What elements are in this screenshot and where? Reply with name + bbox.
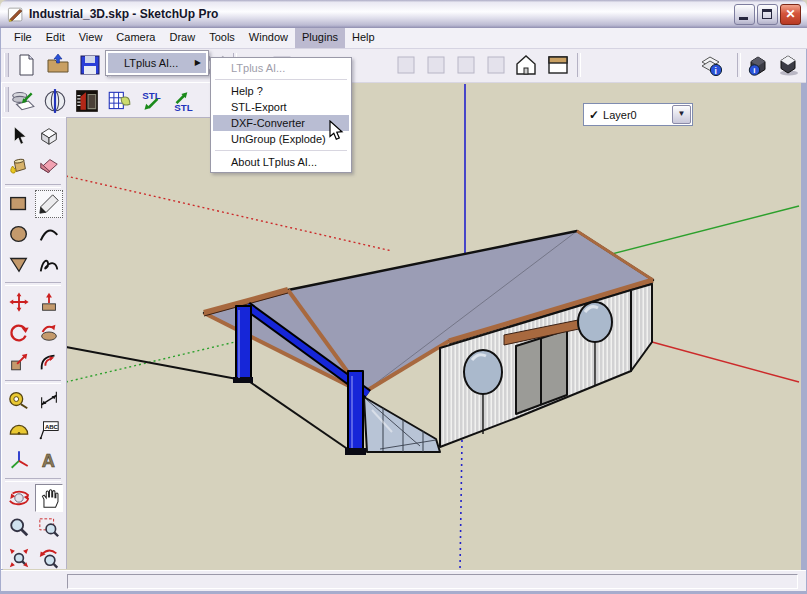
menu-item-edit[interactable]: Edit: [39, 28, 72, 48]
front-view-button[interactable]: [513, 52, 539, 78]
save-icon: [78, 53, 102, 77]
polygon-tool[interactable]: [5, 250, 33, 278]
title-bar[interactable]: Industrial_3D.skp - SketchUp Pro ✕: [0, 0, 807, 28]
menu-item-tools[interactable]: Tools: [202, 28, 242, 48]
stl-import-button[interactable]: [137, 87, 165, 115]
toolbar-button-icon: [484, 53, 508, 77]
menu-item-window[interactable]: Window: [242, 28, 295, 48]
toolbar-button-icon: [394, 53, 418, 77]
zoom-previous-icon: [38, 547, 60, 569]
protractor-tool[interactable]: [5, 416, 33, 444]
toolbar-button-icon: [424, 53, 448, 77]
offset-tool[interactable]: [35, 348, 63, 376]
ltplus-grid-button[interactable]: [105, 87, 133, 115]
palette-separator: [5, 282, 61, 286]
scale-icon: [8, 351, 30, 373]
zoom-previous-tool[interactable]: [35, 544, 63, 572]
stl-export-button[interactable]: [169, 87, 197, 115]
open-button[interactable]: [45, 52, 71, 78]
ltplus-ai-button[interactable]: [73, 87, 101, 115]
submenu-item-stl-export[interactable]: STL-Export: [213, 99, 349, 115]
submenu-item-help[interactable]: Help ?: [213, 83, 349, 99]
close-button[interactable]: ✕: [780, 4, 801, 25]
shadow-box-button[interactable]: [775, 52, 801, 78]
text-tool[interactable]: [35, 416, 63, 444]
orbit-tool[interactable]: [5, 484, 33, 512]
maximize-button[interactable]: [757, 4, 778, 25]
toolbar-button-button[interactable]: [423, 52, 449, 78]
layer-combo-dropdown-button[interactable]: ▼: [672, 105, 691, 124]
submenu-arrow-icon: ▶: [195, 53, 201, 73]
menu-separator: [215, 150, 347, 151]
plugins-menu-item-ltplus-ai[interactable]: LTplus AI...▶: [108, 53, 206, 73]
axis-green-solid: [600, 206, 799, 257]
menu-item-camera[interactable]: Camera: [109, 28, 162, 48]
move-tool[interactable]: [5, 288, 33, 316]
entity-info-button[interactable]: [745, 52, 771, 78]
menu-item-draw[interactable]: Draw: [162, 28, 202, 48]
toolbar-handle[interactable]: [4, 53, 9, 77]
toolbar-button-button[interactable]: [483, 52, 509, 78]
freehand-icon: [38, 253, 60, 275]
submenu-item-about-ltplus-ai[interactable]: About LTplus AI...: [213, 154, 349, 170]
axes-icon: [8, 449, 30, 471]
ltplus-section-sphere-button[interactable]: [41, 87, 69, 115]
zoom-extents-tool[interactable]: [5, 544, 33, 572]
east-wall: [631, 284, 652, 371]
submenu-item-ltplus-ai[interactable]: LTplus AI...: [213, 60, 349, 76]
window-title: Industrial_3D.skp - SketchUp Pro: [29, 7, 734, 21]
zoom-window-tool[interactable]: [35, 514, 63, 542]
3d-text-icon: [38, 449, 60, 471]
save-button[interactable]: [77, 52, 103, 78]
3d-text-tool[interactable]: [35, 446, 63, 474]
pan-icon: [38, 487, 60, 509]
menu-item-file[interactable]: File: [7, 28, 39, 48]
menu-item-plugins[interactable]: Plugins: [295, 28, 345, 48]
drawing-canvas[interactable]: [3, 84, 801, 571]
palette-separator: [5, 380, 61, 384]
push-pull-tool[interactable]: [35, 288, 63, 316]
rectangle-tool[interactable]: [5, 190, 33, 218]
pan-tool[interactable]: [35, 484, 63, 512]
dimensions-tool[interactable]: [35, 386, 63, 414]
push-pull-icon: [38, 291, 60, 313]
offset-icon: [38, 351, 60, 373]
arc-tool[interactable]: [35, 220, 63, 248]
line-tool[interactable]: [35, 190, 63, 218]
eraser-tool[interactable]: [35, 152, 63, 180]
arc-icon: [38, 223, 60, 245]
freehand-tool[interactable]: [35, 250, 63, 278]
top-view-button[interactable]: [545, 52, 571, 78]
make-component-tool[interactable]: [35, 122, 63, 150]
axes-tool[interactable]: [5, 446, 33, 474]
move-icon: [8, 291, 30, 313]
follow-me-tool[interactable]: [35, 318, 63, 346]
status-message-field: [67, 574, 798, 589]
industrial-building-model: [66, 231, 653, 455]
line-icon: [38, 193, 60, 215]
toolbar-button-button[interactable]: [393, 52, 419, 78]
zoom-window-icon: [38, 517, 60, 539]
toolbar-separator: [577, 53, 581, 77]
menu-item-help[interactable]: Help: [345, 28, 382, 48]
scale-tool[interactable]: [5, 348, 33, 376]
layer-manager-button[interactable]: [699, 52, 725, 78]
toolbar-button-button[interactable]: [453, 52, 479, 78]
ltplus-export-drawing-icon: [10, 88, 36, 114]
menu-item-view[interactable]: View: [72, 28, 110, 48]
zoom-tool[interactable]: [5, 514, 33, 542]
layer-combobox[interactable]: ✓ Layer0 ▼: [583, 103, 693, 126]
axis-blue-dotted: [460, 440, 462, 570]
ltplus-export-drawing-button[interactable]: [9, 87, 37, 115]
rotate-tool[interactable]: [5, 318, 33, 346]
tape-measure-tool[interactable]: [5, 386, 33, 414]
paint-bucket-tool[interactable]: [5, 152, 33, 180]
minimize-button[interactable]: [734, 4, 755, 25]
status-bar: [1, 570, 806, 591]
new-button[interactable]: [13, 52, 39, 78]
tape-measure-icon: [8, 389, 30, 411]
circle-tool[interactable]: [5, 220, 33, 248]
menu-separator: [215, 79, 347, 80]
layer-visible-checkmark: ✓: [584, 108, 603, 122]
select-tool[interactable]: [5, 122, 33, 150]
